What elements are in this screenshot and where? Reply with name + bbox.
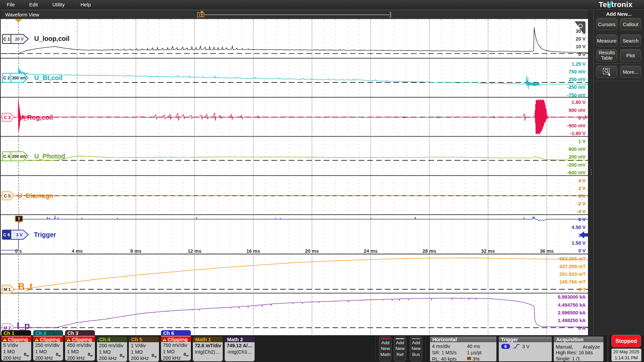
svg-text:3 V: 3 V [16,233,22,237]
svg-text:C 1: C 1 [3,37,10,42]
svg-text:U_Photod: U_Photod [34,153,65,160]
svg-text:-750 mV: -750 mV [567,93,586,98]
svg-text:I_p: I_p [17,321,30,331]
svg-text:C 5: C 5 [4,193,10,198]
svg-text:5.993000 kA: 5.993000 kA [558,294,586,300]
svg-text:20 ms: 20 ms [305,248,319,254]
svg-text:4 V: 4 V [578,178,586,183]
svg-text:36 ms: 36 ms [540,248,553,254]
svg-text:1.80 V: 1.80 V [572,100,586,105]
svg-text:-1.80 V: -1.80 V [570,131,586,136]
svg-text:1.25 V: 1.25 V [572,61,586,67]
svg-text:24 ms: 24 ms [364,248,377,254]
svg-text:C 3: C 3 [4,115,10,120]
svg-text:Trigger: Trigger [34,231,56,238]
svg-text:4.50 V: 4.50 V [572,225,586,230]
svg-text:10 V: 10 V [576,44,586,49]
svg-text:437.299 mT: 437.299 mT [559,264,586,269]
svg-text:!: ! [68,338,69,342]
svg-text:0 s: 0 s [15,248,22,254]
svg-text:200 mV: 200 mV [12,154,27,159]
svg-text:20 V: 20 V [15,37,24,42]
svg-text:!: ! [164,338,165,342]
svg-text:1 V: 1 V [578,139,586,144]
svg-text:200 mV: 200 mV [569,154,586,160]
svg-text:C 2: C 2 [3,75,10,80]
svg-text:T: T [17,217,20,222]
svg-text:C 6: C 6 [3,232,10,237]
svg-text:-600 mV: -600 mV [567,170,586,175]
svg-text:4.494750 kA: 4.494750 kA [558,302,586,308]
svg-text:583.065 mT: 583.065 mT [559,256,586,261]
svg-text:U_Bt,coil: U_Bt,coil [34,74,63,81]
svg-text:250 mV: 250 mV [569,77,586,82]
svg-text:12 ms: 12 ms [187,248,201,254]
svg-text:T: T [468,357,470,360]
svg-text:!: ! [4,338,5,342]
svg-text:U_Diamagn: U_Diamagn [17,192,53,199]
svg-text:291.533 mT: 291.533 mT [559,272,586,277]
svg-text:16 ms: 16 ms [246,248,260,254]
svg-text:U_loop,coil: U_loop,coil [34,35,69,42]
svg-text:0 V: 0 V [578,52,586,57]
svg-text:2 V: 2 V [578,186,586,191]
svg-text:1.498250 kA: 1.498250 kA [558,318,586,323]
svg-text:750 mV: 750 mV [569,69,586,74]
svg-text:6 V: 6 V [578,217,586,222]
svg-text:!: ! [36,338,37,342]
svg-text:M 2: M 2 [4,325,11,330]
svg-text:1.50 V: 1.50 V [572,240,586,246]
svg-text:145.766 mT: 145.766 mT [559,279,586,285]
svg-text:M 1: M 1 [4,287,11,292]
svg-text:4 ms: 4 ms [71,248,83,254]
svg-text:2.996500 kA: 2.996500 kA [558,310,586,315]
svg-text:0 A: 0 A [578,325,586,331]
svg-text:C 4: C 4 [3,154,10,159]
svg-text:0 T: 0 T [579,287,586,292]
svg-text:900 mV: 900 mV [569,108,586,113]
svg-text:-900 mV: -900 mV [567,123,586,128]
svg-text:0 V: 0 V [578,115,586,121]
svg-text:-4 V: -4 V [577,209,586,214]
svg-text:-200 mV: -200 mV [567,162,586,168]
svg-text:300 mV: 300 mV [12,76,27,80]
svg-text:0 V: 0 V [578,193,586,199]
svg-text:-250 mV: -250 mV [567,84,586,90]
svg-text:28 ms: 28 ms [422,248,436,254]
svg-text:600 mV: 600 mV [569,146,586,152]
svg-text:-2 V: -2 V [577,201,586,206]
svg-text:B_t: B_t [18,282,33,292]
svg-text:20 V: 20 V [576,36,586,42]
svg-text:0 V: 0 V [578,248,586,253]
svg-text:32 ms: 32 ms [481,248,495,254]
svg-text:8 ms: 8 ms [130,248,141,254]
